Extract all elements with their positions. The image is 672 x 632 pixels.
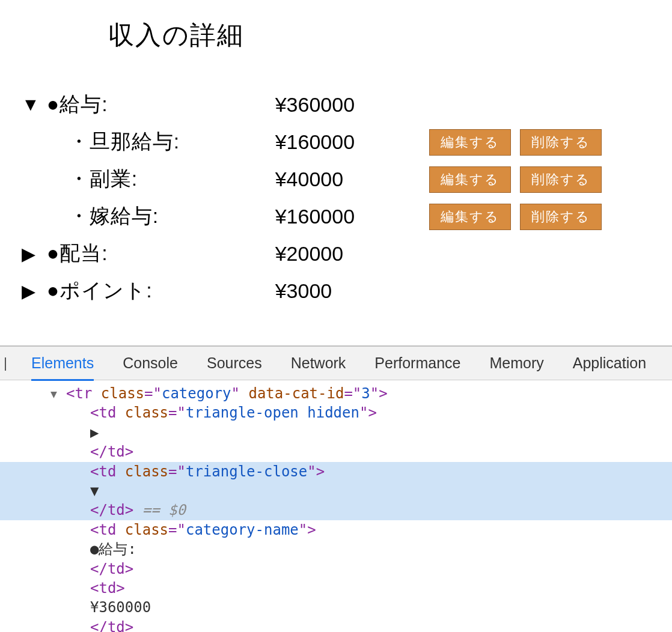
subitem-amount: ¥160000 — [272, 198, 422, 235]
dom-text: ▼ — [0, 481, 672, 500]
subitem-label: ・旦那給与: — [43, 123, 272, 160]
category-label: ●給与: — [43, 86, 272, 123]
category-label: ●配当: — [43, 235, 272, 272]
dom-line[interactable]: </td> — [0, 442, 672, 461]
dom-line[interactable]: </td> — [0, 618, 672, 632]
triangle-right-icon[interactable]: ▶ — [18, 235, 43, 272]
tab-performance[interactable]: Performance — [374, 354, 460, 372]
dom-line[interactable]: <td class="category-name"> — [0, 520, 672, 539]
triangle-down-icon[interactable]: ▼ — [18, 86, 43, 123]
subitem-amount: ¥40000 — [272, 160, 422, 198]
income-table: ▼ ●給与: ¥360000 ・旦那給与: ¥160000 編集する 削除する … — [18, 86, 605, 309]
subitem-row-husband-salary: ・旦那給与: ¥160000 編集する 削除する — [18, 123, 605, 160]
dom-line[interactable]: ▼<tr class="category" data-cat-id="3"> — [0, 384, 672, 403]
tab-network[interactable]: Network — [291, 354, 346, 372]
delete-button[interactable]: 削除する — [520, 166, 602, 193]
devtools-panel: Elements Console Sources Network Perform… — [0, 345, 672, 632]
category-amount: ¥3000 — [272, 272, 422, 309]
devtools-tabs: Elements Console Sources Network Perform… — [0, 347, 672, 380]
category-row-salary[interactable]: ▼ ●給与: ¥360000 — [18, 86, 605, 123]
edit-button[interactable]: 編集する — [429, 166, 511, 193]
subitem-row-wife-salary: ・嫁給与: ¥160000 編集する 削除する — [18, 198, 605, 235]
dom-line[interactable]: <td> — [0, 579, 672, 598]
tab-sources[interactable]: Sources — [207, 354, 262, 372]
subitem-label: ・副業: — [43, 160, 272, 198]
tab-elements[interactable]: Elements — [31, 354, 94, 381]
devtools-elements-source[interactable]: ▼<tr class="category" data-cat-id="3"> <… — [0, 380, 672, 632]
income-detail-panel: 収入の詳細 ▼ ●給与: ¥360000 ・旦那給与: ¥160000 編集する… — [0, 0, 672, 345]
dom-line-selected[interactable]: <td class="triangle-close"> — [0, 462, 672, 481]
dom-line[interactable]: <td class="triangle-open hidden"> — [0, 403, 672, 422]
edit-button[interactable]: 編集する — [429, 204, 511, 230]
category-row-points[interactable]: ▶ ●ポイント: ¥3000 — [18, 272, 605, 309]
edit-button[interactable]: 編集する — [429, 129, 511, 156]
inspect-icon[interactable] — [5, 357, 6, 371]
dom-text: ▶ — [0, 423, 672, 442]
tab-console[interactable]: Console — [123, 354, 178, 372]
delete-button[interactable]: 削除する — [520, 129, 602, 156]
dom-line[interactable]: </td> — [0, 559, 672, 579]
page-title: 収入の詳細 — [108, 18, 654, 53]
tab-application[interactable]: Application — [573, 354, 646, 372]
subitem-label: ・嫁給与: — [43, 198, 272, 235]
dom-text: ●給与: — [0, 539, 672, 559]
tab-memory[interactable]: Memory — [489, 354, 543, 372]
chevron-down-icon[interactable]: ▼ — [50, 387, 66, 401]
category-amount: ¥360000 — [272, 86, 422, 123]
delete-button[interactable]: 削除する — [520, 204, 602, 230]
subitem-row-side-job: ・副業: ¥40000 編集する 削除する — [18, 160, 605, 198]
category-row-dividend[interactable]: ▶ ●配当: ¥20000 — [18, 235, 605, 272]
subitem-amount: ¥160000 — [272, 123, 422, 160]
category-amount: ¥20000 — [272, 235, 422, 272]
triangle-right-icon[interactable]: ▶ — [18, 272, 43, 309]
dom-line-selected-close[interactable]: </td> == $0 — [0, 500, 672, 520]
dom-text: ¥360000 — [0, 598, 672, 617]
category-label: ●ポイント: — [43, 272, 272, 309]
